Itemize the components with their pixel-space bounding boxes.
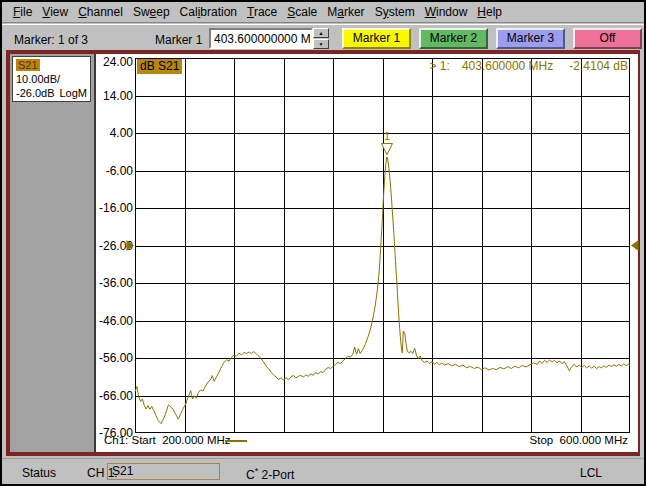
cal-status: C* 2-Port [246, 466, 294, 482]
y-tick-label: -36.00 [96, 276, 133, 290]
marker-toolbar: Marker: 1 of 3 Marker 1 ▲ ▼ Marker 1Mark… [2, 24, 644, 53]
menu-sweep[interactable]: Sweep [128, 5, 175, 19]
lcl-indicator: LCL [580, 466, 602, 480]
y-tick-label: -6.00 [96, 164, 133, 178]
ref-level-arrow-right [631, 240, 639, 251]
s21-trace [135, 157, 630, 424]
status-label: Status [22, 466, 56, 480]
stop-frequency-label: Stop 600.000 MHz [530, 434, 628, 446]
menu-file[interactable]: File [8, 5, 37, 19]
trace-ref-level: -26.0dB [16, 86, 55, 100]
marker-entry-label: Marker 1 [155, 33, 202, 47]
y-tick-label: -46.00 [96, 314, 133, 328]
marker-2-button[interactable]: Marker 2 [419, 28, 488, 49]
plot-area: 24.0014.004.00-6.00-16.00-26.00-36.00-46… [96, 54, 638, 452]
menu-bar: FileViewChannelSweepCalibrationTraceScal… [2, 2, 644, 23]
trace-format: LogM [59, 86, 87, 100]
y-tick-label: -56.00 [96, 351, 133, 365]
marker-counter-label: Marker: 1 of 3 [14, 33, 88, 47]
menu-calibration[interactable]: Calibration [175, 5, 242, 19]
trace-info-box[interactable]: S21 10.00dB/ -26.0dB LogM [12, 56, 91, 102]
trace-sidebar: S21 10.00dB/ -26.0dB LogM [10, 54, 96, 452]
menu-help[interactable]: Help [472, 5, 507, 19]
off-button[interactable]: Off [573, 28, 642, 49]
y-tick-label: 24.00 [96, 55, 133, 69]
trace-label-chip: dB S21 [137, 59, 182, 74]
menu-scale[interactable]: Scale [282, 5, 322, 19]
cal-c: C [246, 468, 255, 482]
y-tick-label: -66.00 [96, 389, 133, 403]
measurement-value: S21 [112, 464, 133, 478]
marker-readout-frequency: 403.600000 MHz [462, 59, 553, 73]
y-tick-label: -16.00 [96, 201, 133, 215]
frequency-spinner: ▲ ▼ [313, 28, 329, 49]
trace-color-key [225, 440, 247, 442]
measurement-box: S21 [107, 463, 220, 480]
start-frequency-label: Ch1: Start 200.000 MHz [104, 434, 231, 446]
menu-channel[interactable]: Channel [73, 5, 128, 19]
cal-asterisk: * [255, 466, 259, 476]
spin-up-icon: ▲ [319, 30, 324, 36]
spin-down-button[interactable]: ▼ [313, 39, 329, 49]
marker-readout: > 1:403.600000 MHz-2.4104 dB [430, 59, 628, 73]
marker-1-button[interactable]: Marker 1 [342, 28, 411, 49]
menu-view[interactable]: View [37, 5, 73, 19]
menu-marker[interactable]: Marker [322, 5, 369, 19]
marker-frequency-input[interactable] [209, 28, 313, 49]
trace-scale: 10.00dB/ [16, 72, 87, 86]
graticule: 1 [135, 58, 630, 433]
app-window: FileViewChannelSweepCalibrationTraceScal… [0, 0, 646, 486]
menu-system[interactable]: System [370, 5, 420, 19]
spin-up-button[interactable]: ▲ [313, 28, 329, 38]
trace-name[interactable]: S21 [16, 59, 40, 71]
marker-3-button[interactable]: Marker 3 [496, 28, 565, 49]
marker-number-label: 1 [384, 130, 390, 142]
menu-trace[interactable]: Trace [242, 5, 282, 19]
status-bar: Status CH 1: S21 C* 2-Port LCL [2, 458, 644, 485]
cal-text: 2-Port [262, 468, 295, 482]
marker-readout-value: -2.4104 dB [569, 59, 628, 73]
y-tick-label: 14.00 [96, 89, 133, 103]
marker-readout-prefix: > 1: [430, 59, 450, 73]
spin-down-icon: ▼ [319, 41, 324, 47]
menu-window[interactable]: Window [420, 5, 473, 19]
y-tick-label: 4.00 [96, 126, 133, 140]
